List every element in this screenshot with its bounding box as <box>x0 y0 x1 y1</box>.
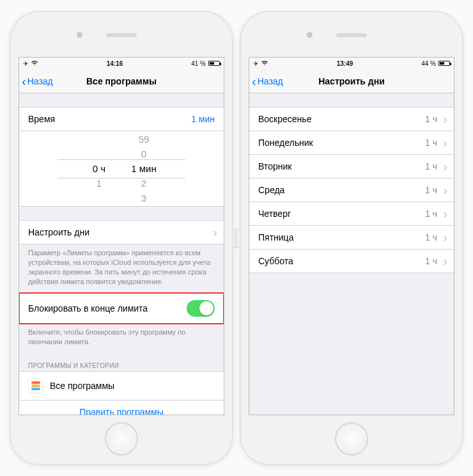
day-label: Понедельник <box>258 138 313 148</box>
day-row-tuesday[interactable]: Вторник 1 ч <box>249 154 454 178</box>
day-value: 1 ч <box>425 185 437 195</box>
back-button[interactable]: ‹ Назад <box>252 76 283 86</box>
edit-programs-button[interactable]: Править программы <box>19 400 224 415</box>
time-label: Время <box>28 114 55 124</box>
home-button[interactable] <box>335 422 368 456</box>
day-label: Среда <box>258 185 284 195</box>
battery-icon <box>438 61 450 66</box>
day-row-saturday[interactable]: Суббота 1 ч <box>249 249 454 273</box>
battery-fill <box>440 62 444 65</box>
all-programs-row[interactable]: Все программы <box>19 371 224 401</box>
battery-icon <box>208 61 220 66</box>
limits-footer: Параметр «Лимиты программ» применяется к… <box>19 244 224 294</box>
content[interactable]: Воскресенье 1 ч Понедельник 1 ч Вторник … <box>249 93 454 415</box>
block-at-limit-label: Блокировать в конце лимита <box>28 303 148 313</box>
block-footer: Включите, чтобы блокировать эту программ… <box>19 324 224 354</box>
airplane-icon: ✈︎ <box>23 60 28 67</box>
nav-bar: ‹ Назад Все программы <box>19 69 224 93</box>
day-row-thursday[interactable]: Четверг 1 ч <box>249 202 454 226</box>
toggle-knob <box>199 301 213 315</box>
home-button[interactable] <box>105 422 138 456</box>
day-row-wednesday[interactable]: Среда 1 ч <box>249 178 454 202</box>
screen-left: ✈︎ 14:16 41 % ‹ Назад Все программы Врем… <box>19 58 224 415</box>
day-label: Воскресенье <box>258 114 311 124</box>
airplane-icon: ✈︎ <box>253 60 258 67</box>
programs-section-header: ПРОГРАММЫ И КАТЕГОРИИ <box>19 354 224 372</box>
edit-programs-label: Править программы <box>79 407 164 415</box>
block-at-limit-row[interactable]: Блокировать в конце лимита <box>19 293 224 324</box>
phone-camera <box>307 32 313 38</box>
day-row-friday[interactable]: Пятница 1 ч <box>249 225 454 250</box>
chevron-left-icon: ‹ <box>252 77 256 86</box>
phone-left: ✈︎ 14:16 41 % ‹ Назад Все программы Врем… <box>10 11 233 465</box>
screen-right: ✈︎ 13:49 44 % ‹ Назад Настроить дни Воск… <box>249 58 454 415</box>
phone-speaker <box>106 33 137 37</box>
day-label: Вторник <box>258 161 291 171</box>
day-value: 1 ч <box>425 209 437 219</box>
nav-title: Все программы <box>86 76 157 86</box>
back-label: Назад <box>258 76 283 86</box>
wifi-icon <box>261 60 268 67</box>
battery-percent: 41 % <box>191 60 206 67</box>
status-time: 14:16 <box>107 60 123 67</box>
day-value: 1 ч <box>425 114 437 124</box>
customize-days-label: Настроить дни <box>28 227 89 237</box>
block-at-limit-toggle[interactable] <box>187 300 215 317</box>
day-value: 1 ч <box>425 232 437 242</box>
phone-camera <box>77 32 82 38</box>
day-row-monday[interactable]: Понедельник 1 ч <box>249 131 454 155</box>
phone-right: ✈︎ 13:49 44 % ‹ Назад Настроить дни Воск… <box>240 11 463 465</box>
status-bar: ✈︎ 13:49 44 % <box>249 58 454 69</box>
back-label: Назад <box>27 76 53 86</box>
day-label: Суббота <box>258 256 293 266</box>
all-programs-label: Все программы <box>50 381 114 391</box>
back-button[interactable]: ‹ Назад <box>22 76 53 86</box>
time-row[interactable]: Время 1 мин <box>19 107 224 131</box>
day-value: 1 ч <box>425 138 437 148</box>
customize-days-row[interactable]: Настроить дни <box>19 220 224 244</box>
phone-speaker <box>336 33 367 37</box>
day-value: 1 ч <box>425 161 437 171</box>
wifi-icon <box>31 60 38 67</box>
battery-fill <box>210 62 214 65</box>
nav-bar: ‹ Назад Настроить дни <box>249 69 454 93</box>
status-time: 13:49 <box>337 60 353 67</box>
day-label: Четверг <box>258 209 291 219</box>
chevron-left-icon: ‹ <box>22 77 26 86</box>
time-value: 1 мин <box>191 114 215 124</box>
day-label: Пятница <box>258 232 293 242</box>
day-row-sunday[interactable]: Воскресенье 1 ч <box>249 107 454 131</box>
battery-percent: 44 % <box>421 60 436 67</box>
all-programs-icon <box>28 378 43 393</box>
content[interactable]: Время 1 мин 0 ч 1 59 0 1 мин 2 3 <box>19 93 224 415</box>
time-picker[interactable]: 0 ч 1 59 0 1 мин 2 3 <box>19 131 224 207</box>
nav-title: Настроить дни <box>318 76 385 86</box>
status-bar: ✈︎ 14:16 41 % <box>19 58 224 69</box>
day-value: 1 ч <box>425 256 437 266</box>
